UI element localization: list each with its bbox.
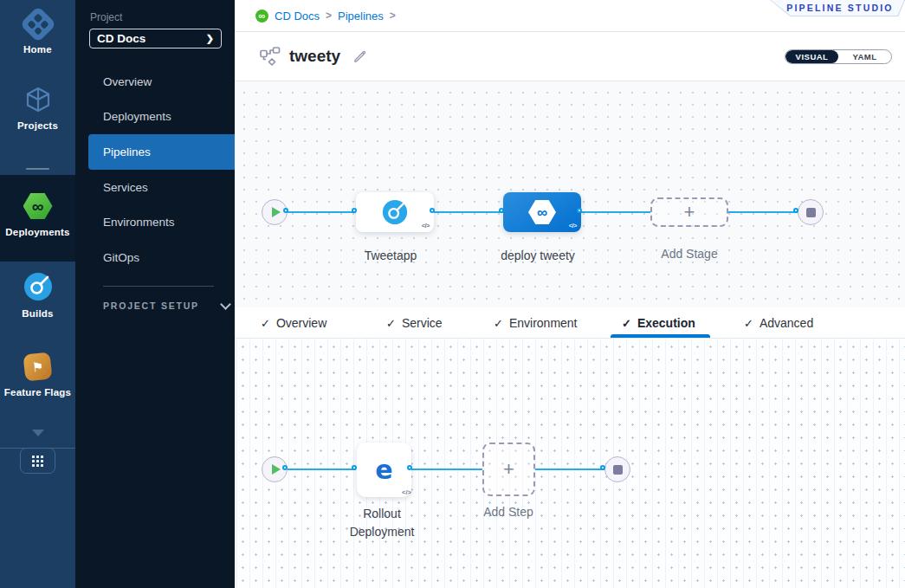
projects-icon — [23, 86, 53, 113]
link-connector — [577, 208, 582, 213]
link-connector — [407, 465, 412, 470]
play-icon — [272, 464, 281, 475]
tab-advanced[interactable]: ✓ Advanced — [744, 307, 813, 339]
stage-node-tweetapp[interactable]: </> — [356, 192, 434, 232]
pipeline-name: tweety — [289, 47, 340, 66]
pipeline-studio-label: PIPELINE STUDIO — [781, 3, 893, 13]
sidebar-item-gitops[interactable]: GitOps — [75, 240, 235, 275]
pipeline-end-node[interactable] — [798, 199, 824, 225]
stage-link — [434, 211, 503, 213]
chevron-down-icon — [32, 430, 44, 436]
rail-item-home[interactable]: Home — [0, 11, 75, 55]
stage-canvas[interactable]: </> ∞ </> + Tweetapp deploy tweety Add S… — [235, 81, 905, 307]
active-tab-underline — [611, 334, 710, 338]
code-icon: </> — [569, 222, 577, 229]
execution-canvas[interactable]: e </> + Rollout Deployment Add Step — [235, 339, 905, 588]
deploy-stage-icon: ∞ — [528, 199, 556, 225]
rail-item-deployments[interactable]: ∞ Deployments — [0, 192, 75, 237]
add-stage-label: Add Stage — [661, 247, 717, 261]
sidebar-item-deployments[interactable]: Deployments — [75, 100, 235, 135]
build-stage-icon — [382, 199, 408, 225]
project-selector[interactable]: CD Docs ❯ — [89, 29, 222, 48]
link-connector — [499, 208, 504, 213]
code-icon: </> — [422, 222, 430, 229]
project-setup-toggle[interactable]: PROJECT SETUP — [103, 300, 229, 311]
step-link — [411, 468, 482, 470]
rail-item-label: Projects — [17, 120, 58, 131]
stage-link — [728, 211, 798, 213]
plus-icon: + — [684, 201, 695, 223]
tab-overview[interactable]: ✓ Overview — [261, 307, 326, 339]
rail-item-label: Deployments — [5, 227, 69, 237]
project-sidebar: Project CD Docs ❯ Overview Deployments P… — [75, 0, 235, 588]
rail-divider — [26, 168, 49, 170]
check-icon: ✓ — [386, 317, 396, 330]
sidebar-item-environments[interactable]: Environments — [75, 204, 235, 240]
rail-item-feature-flags[interactable]: ⚑ Feature Flags — [0, 353, 75, 397]
step-link — [535, 468, 604, 470]
rail-item-label: Home — [23, 44, 52, 55]
check-icon: ✓ — [494, 317, 503, 330]
link-connector — [282, 465, 288, 470]
rail-item-label: Feature Flags — [4, 387, 71, 397]
main-content: PIPELINE STUDIO ∞ CD Docs > Pipelines > … — [235, 0, 905, 588]
edit-pipeline-button[interactable] — [352, 48, 368, 64]
toggle-yaml[interactable]: YAML — [838, 50, 891, 63]
breadcrumb-separator: > — [390, 10, 396, 22]
project-label: Project — [90, 11, 122, 23]
project-setup-label: PROJECT SETUP — [103, 300, 199, 311]
stage-config-tabs: ✓ Overview ✓ Service ✓ Environment ✓ Exe… — [235, 307, 905, 339]
breadcrumb-pipelines-link[interactable]: Pipelines — [338, 10, 384, 23]
chevron-down-icon — [220, 299, 231, 310]
sidebar-divider — [103, 286, 214, 287]
play-icon — [272, 207, 281, 217]
pipeline-title-bar: tweety VISUAL YAML — [235, 32, 905, 81]
rail-item-projects[interactable]: Projects — [0, 86, 75, 131]
add-step-label: Add Step — [483, 505, 533, 519]
code-icon: </> — [402, 488, 411, 496]
home-icon — [19, 6, 55, 42]
breadcrumb-separator: > — [326, 10, 332, 22]
tab-environment[interactable]: ✓ Environment — [494, 307, 578, 339]
pipeline-studio-badge: PIPELINE STUDIO — [770, 0, 905, 16]
check-icon: ✓ — [744, 317, 753, 330]
link-connector — [600, 465, 605, 470]
check-icon: ✓ — [622, 317, 631, 330]
module-grid-button[interactable] — [20, 448, 55, 474]
link-connector — [352, 208, 357, 213]
feature-flags-icon: ⚑ — [23, 352, 52, 381]
rail-item-label: Builds — [22, 308, 53, 319]
stage-link — [288, 211, 356, 213]
visual-yaml-toggle[interactable]: VISUAL YAML — [785, 49, 892, 64]
add-step-button[interactable]: + — [482, 443, 535, 496]
sidebar-item-pipelines[interactable]: Pipelines — [88, 134, 235, 170]
sidebar-nav: Overview Deployments Pipelines Services … — [75, 64, 235, 275]
step-label-line1: Rollout — [363, 507, 401, 520]
sidebar-item-overview[interactable]: Overview — [75, 64, 235, 100]
toggle-visual[interactable]: VISUAL — [785, 50, 838, 63]
stop-icon — [806, 208, 816, 217]
step-link — [287, 468, 356, 470]
harness-logo-icon: ∞ — [255, 10, 268, 23]
deployments-icon: ∞ — [23, 192, 53, 220]
stage-node-deploy-tweety[interactable]: ∞ </> — [503, 192, 581, 232]
tab-service[interactable]: ✓ Service — [386, 307, 443, 339]
sidebar-item-services[interactable]: Services — [75, 170, 235, 205]
link-connector — [430, 208, 435, 213]
execution-end-node[interactable] — [604, 456, 630, 482]
rollout-deployment-icon: e — [375, 457, 392, 483]
add-stage-button[interactable]: + — [650, 197, 728, 227]
link-connector — [283, 208, 288, 213]
stop-icon — [613, 465, 623, 475]
rail-more-modules[interactable] — [0, 430, 75, 436]
chevron-right-icon: ❯ — [206, 33, 214, 44]
rail-item-builds[interactable]: Builds — [0, 272, 75, 319]
link-connector — [793, 208, 798, 213]
project-name: CD Docs — [97, 32, 206, 45]
pencil-icon — [352, 48, 368, 64]
stage-link — [581, 211, 650, 213]
stage-label: Tweetapp — [365, 249, 417, 262]
stage-label: deploy tweety — [501, 249, 575, 262]
link-connector — [352, 465, 357, 470]
breadcrumb-project-link[interactable]: CD Docs — [275, 10, 320, 23]
